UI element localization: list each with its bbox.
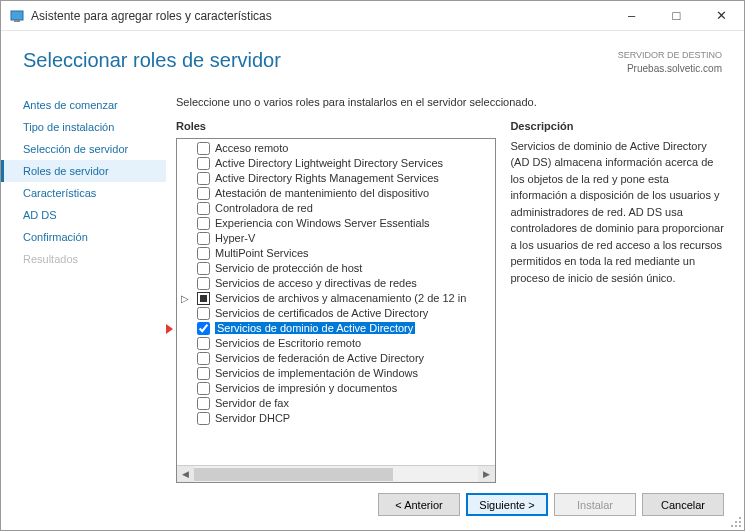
wizard-window: Asistente para agregar roles y caracterí…: [0, 0, 745, 531]
role-label[interactable]: Active Directory Rights Management Servi…: [215, 172, 439, 184]
role-checkbox[interactable]: [197, 217, 210, 230]
svg-point-8: [739, 525, 741, 527]
nav-step-2[interactable]: Selección de servidor: [1, 138, 166, 160]
destination-value: Pruebas.solvetic.com: [618, 62, 722, 76]
svg-rect-0: [11, 11, 23, 20]
resize-grip-icon[interactable]: [730, 516, 742, 528]
scroll-track[interactable]: [194, 466, 478, 482]
expand-icon[interactable]: ▷: [181, 293, 189, 304]
role-label[interactable]: Servicio de protección de host: [215, 262, 362, 274]
destination-server: SERVIDOR DE DESTINO Pruebas.solvetic.com: [618, 49, 722, 76]
role-checkbox[interactable]: [197, 262, 210, 275]
app-icon: [9, 8, 25, 24]
role-label[interactable]: Acceso remoto: [215, 142, 288, 154]
instruction-text: Seleccione uno o varios roles para insta…: [166, 90, 744, 120]
role-checkbox[interactable]: [197, 202, 210, 215]
role-label[interactable]: Servicios de certificados de Active Dire…: [215, 307, 428, 319]
role-label[interactable]: Servicios de Escritorio remoto: [215, 337, 361, 349]
previous-button[interactable]: < Anterior: [378, 493, 460, 516]
role-label[interactable]: Servicios de archivos y almacenamiento (…: [215, 292, 466, 304]
role-row[interactable]: ▷Servicios de archivos y almacenamiento …: [177, 291, 495, 306]
nav-step-6[interactable]: Confirmación: [1, 226, 166, 248]
role-row[interactable]: Servidor de fax: [177, 396, 495, 411]
role-row[interactable]: Servicio de protección de host: [177, 261, 495, 276]
role-label[interactable]: Servicios de impresión y documentos: [215, 382, 397, 394]
nav-step-5[interactable]: AD DS: [1, 204, 166, 226]
install-button[interactable]: Instalar: [554, 493, 636, 516]
nav-step-3[interactable]: Roles de servidor: [1, 160, 166, 182]
svg-point-3: [739, 517, 741, 519]
role-checkbox[interactable]: [197, 157, 210, 170]
cancel-button[interactable]: Cancelar: [642, 493, 724, 516]
window-title: Asistente para agregar roles y caracterí…: [31, 9, 609, 23]
scroll-left-icon[interactable]: ◀: [177, 466, 194, 483]
svg-point-4: [735, 521, 737, 523]
minimize-button[interactable]: –: [609, 1, 654, 31]
role-label[interactable]: Hyper-V: [215, 232, 255, 244]
role-row[interactable]: Servicios de certificados de Active Dire…: [177, 306, 495, 321]
role-row[interactable]: Controladora de red: [177, 201, 495, 216]
role-checkbox[interactable]: [197, 412, 210, 425]
wizard-nav: Antes de comenzarTipo de instalaciónSele…: [1, 84, 166, 483]
role-row[interactable]: Servicios de dominio de Active Directory: [177, 321, 495, 336]
role-row[interactable]: Atestación de mantenimiento del disposit…: [177, 186, 495, 201]
role-checkbox[interactable]: [197, 172, 210, 185]
role-label[interactable]: Servidor DHCP: [215, 412, 290, 424]
role-row[interactable]: Acceso remoto: [177, 141, 495, 156]
role-checkbox[interactable]: [197, 307, 210, 320]
role-label[interactable]: Servicios de dominio de Active Directory: [215, 322, 415, 334]
description-header: Descripción: [510, 120, 724, 132]
role-checkbox[interactable]: [197, 187, 210, 200]
scroll-thumb[interactable]: [194, 468, 393, 481]
header: Seleccionar roles de servidor SERVIDOR D…: [1, 31, 744, 84]
role-row[interactable]: Servicios de acceso y directivas de rede…: [177, 276, 495, 291]
role-checkbox[interactable]: [197, 337, 210, 350]
role-label[interactable]: Controladora de red: [215, 202, 313, 214]
maximize-button[interactable]: □: [654, 1, 699, 31]
role-label[interactable]: Servicios de implementación de Windows: [215, 367, 418, 379]
role-row[interactable]: MultiPoint Services: [177, 246, 495, 261]
role-row[interactable]: Active Directory Lightweight Directory S…: [177, 156, 495, 171]
role-checkbox[interactable]: [197, 382, 210, 395]
role-row[interactable]: Servicios de impresión y documentos: [177, 381, 495, 396]
role-label[interactable]: Servicios de federación de Active Direct…: [215, 352, 424, 364]
role-checkbox[interactable]: [197, 397, 210, 410]
close-button[interactable]: ✕: [699, 1, 744, 31]
role-row[interactable]: Servicios de federación de Active Direct…: [177, 351, 495, 366]
columns: Roles Acceso remotoActive Directory Ligh…: [166, 120, 744, 483]
role-checkbox[interactable]: [197, 322, 210, 335]
nav-step-4[interactable]: Características: [1, 182, 166, 204]
roles-listbox: Acceso remotoActive Directory Lightweigh…: [176, 138, 496, 483]
role-row[interactable]: Experiencia con Windows Server Essential…: [177, 216, 495, 231]
role-checkbox[interactable]: [197, 247, 210, 260]
role-checkbox[interactable]: [197, 232, 210, 245]
role-row[interactable]: Servidor DHCP: [177, 411, 495, 426]
role-row[interactable]: Hyper-V: [177, 231, 495, 246]
role-label[interactable]: Experiencia con Windows Server Essential…: [215, 217, 430, 229]
scroll-right-icon[interactable]: ▶: [478, 466, 495, 483]
role-checkbox[interactable]: [197, 292, 210, 305]
roles-list[interactable]: Acceso remotoActive Directory Lightweigh…: [177, 139, 495, 465]
role-label[interactable]: Servidor de fax: [215, 397, 289, 409]
svg-marker-2: [166, 322, 173, 336]
role-label[interactable]: Atestación de mantenimiento del disposit…: [215, 187, 429, 199]
nav-step-0[interactable]: Antes de comenzar: [1, 94, 166, 116]
role-label[interactable]: Active Directory Lightweight Directory S…: [215, 157, 443, 169]
role-checkbox[interactable]: [197, 352, 210, 365]
role-checkbox[interactable]: [197, 367, 210, 380]
window-controls: – □ ✕: [609, 1, 744, 31]
role-row[interactable]: Servicios de implementación de Windows: [177, 366, 495, 381]
roles-header: Roles: [176, 120, 496, 132]
svg-point-6: [731, 525, 733, 527]
role-label[interactable]: MultiPoint Services: [215, 247, 309, 259]
next-button[interactable]: Siguiente >: [466, 493, 548, 516]
role-checkbox[interactable]: [197, 277, 210, 290]
annotation-arrow-icon: [166, 322, 173, 336]
nav-step-1[interactable]: Tipo de instalación: [1, 116, 166, 138]
role-row[interactable]: Servicios de Escritorio remoto: [177, 336, 495, 351]
horizontal-scrollbar[interactable]: ◀ ▶: [177, 465, 495, 482]
role-label[interactable]: Servicios de acceso y directivas de rede…: [215, 277, 417, 289]
role-row[interactable]: Active Directory Rights Management Servi…: [177, 171, 495, 186]
destination-label: SERVIDOR DE DESTINO: [618, 49, 722, 62]
role-checkbox[interactable]: [197, 142, 210, 155]
